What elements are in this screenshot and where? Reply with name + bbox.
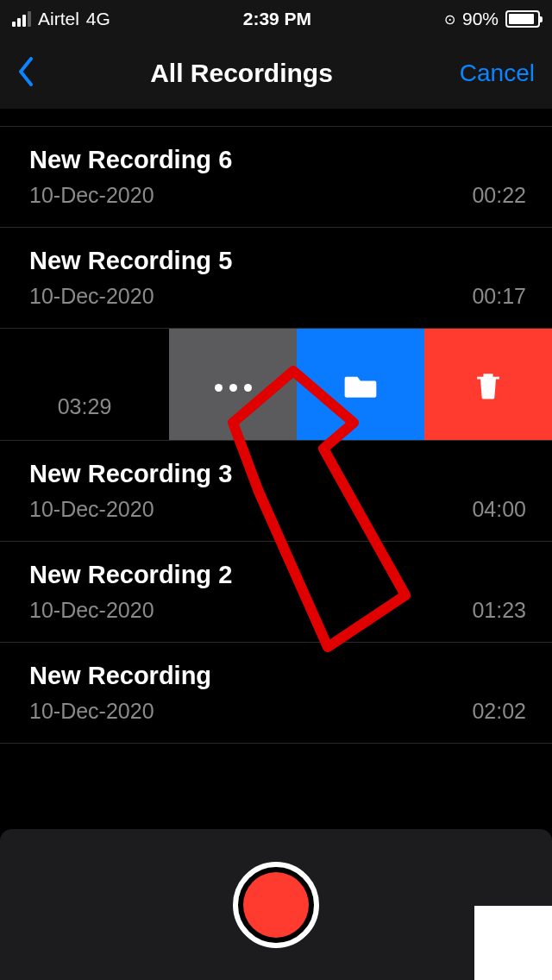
- chevron-left-icon: [17, 57, 34, 86]
- network-label: 4G: [86, 9, 110, 29]
- cancel-button[interactable]: Cancel: [431, 60, 535, 87]
- recording-date: 10-Dec-2020: [29, 497, 154, 522]
- recording-date: 10-Dec-2020: [29, 598, 154, 623]
- status-bar: Airtel 4G 2:39 PM ⊙ 90%: [0, 0, 552, 38]
- folder-icon: [342, 366, 380, 404]
- recording-title: New Recording 3: [29, 460, 526, 488]
- nav-bar: All Recordings Cancel: [0, 38, 552, 109]
- recording-list: New Recording 6 10-Dec-2020 00:22 New Re…: [0, 126, 552, 744]
- recording-title: New Recording: [29, 662, 526, 690]
- swipe-delete-button[interactable]: [424, 329, 552, 440]
- recording-duration: 03:29: [58, 394, 112, 419]
- rotation-lock-icon: ⊙: [444, 11, 455, 28]
- record-button[interactable]: [233, 862, 319, 948]
- battery-percent: 90%: [462, 9, 499, 29]
- status-left: Airtel 4G: [12, 9, 110, 29]
- recording-duration: 02:02: [472, 699, 526, 724]
- recording-date: 10-Dec-2020: [29, 284, 154, 309]
- back-button[interactable]: [17, 57, 52, 90]
- status-right: ⊙ 90%: [444, 9, 540, 29]
- swipe-move-button[interactable]: [297, 329, 424, 440]
- recording-duration: 01:23: [472, 598, 526, 623]
- svg-rect-1: [490, 381, 492, 394]
- recording-row[interactable]: New Recording 10-Dec-2020 02:02: [0, 643, 552, 744]
- recording-title: New Recording 6: [29, 146, 526, 174]
- signal-icon: [12, 11, 31, 27]
- recording-duration: 04:00: [472, 497, 526, 522]
- recording-row[interactable]: New Recording 5 10-Dec-2020 00:17: [0, 228, 552, 329]
- carrier-label: Airtel: [38, 9, 79, 29]
- recording-title: New Recording 2: [29, 561, 526, 589]
- recording-date: 10-Dec-2020: [29, 699, 154, 724]
- recording-row-swiped[interactable]: 03:29: [0, 329, 552, 441]
- recording-duration: 00:22: [472, 183, 526, 208]
- recording-row[interactable]: New Recording 2 10-Dec-2020 01:23: [0, 542, 552, 643]
- trash-icon: [469, 366, 507, 404]
- swiped-visible-area: 03:29: [0, 329, 169, 440]
- svg-rect-0: [484, 381, 486, 394]
- recording-row[interactable]: New Recording 3 10-Dec-2020 04:00: [0, 441, 552, 542]
- status-time: 2:39 PM: [243, 9, 311, 29]
- recording-title: New Recording 5: [29, 247, 526, 275]
- white-overlay-square: [474, 906, 552, 980]
- page-title: All Recordings: [150, 59, 333, 88]
- swipe-more-button[interactable]: [169, 329, 297, 440]
- swipe-actions: [169, 329, 552, 440]
- record-bar: [0, 829, 552, 980]
- record-icon: [243, 872, 309, 938]
- recording-date: 10-Dec-2020: [29, 183, 154, 208]
- recording-row[interactable]: New Recording 6 10-Dec-2020 00:22: [0, 126, 552, 228]
- recording-duration: 00:17: [472, 284, 526, 309]
- battery-icon: [505, 10, 540, 28]
- ellipsis-icon: [215, 384, 252, 392]
